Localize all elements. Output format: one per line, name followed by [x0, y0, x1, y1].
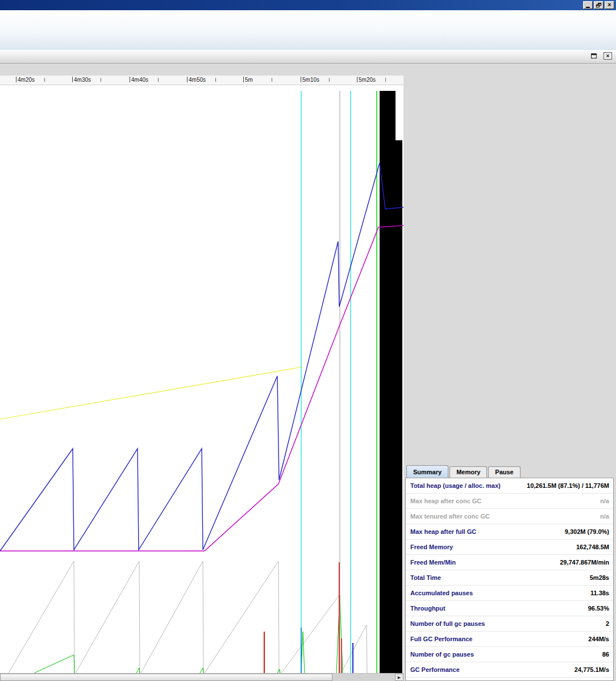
close-icon: × [603, 52, 612, 60]
summary-value: 162,748.5M [576, 544, 609, 550]
gc-pause-line [136, 668, 140, 673]
tenured-heap-line [0, 225, 403, 551]
summary-row: Full GC Performance244M/s [406, 632, 613, 647]
summary-value: 5m28s [590, 574, 609, 581]
document-content: 4m20s4m30s4m40s4m50s5m5m10s5m20s ▶ Summa… [0, 64, 616, 681]
ruler-minor-tick [272, 78, 272, 82]
gc-duration-line [205, 561, 279, 673]
ruler-minor-tick [158, 78, 159, 82]
ruler-label: 5m10s [302, 77, 319, 83]
ruler-minor-tick [329, 78, 330, 82]
document-frame-controls: × [589, 52, 613, 60]
toolbar-area [0, 10, 616, 51]
summary-label: Full GC Performance [410, 636, 472, 642]
gc-duration-line [141, 561, 203, 673]
horizontal-scrollbar[interactable]: ▶ [0, 673, 403, 681]
ruler-label: 4m30s [74, 77, 91, 83]
ruler-minor-tick [215, 78, 216, 82]
ruler-label: 5m20s [359, 77, 376, 83]
summary-table: Total heap (usage / alloc. max)10,261.5M… [405, 478, 614, 681]
time-ruler: 4m20s4m30s4m40s4m50s5m5m10s5m20s [0, 76, 403, 85]
summary-label: GC Performance [410, 666, 460, 673]
document-frame-titlebar: × [0, 50, 616, 64]
summary-row: Accumulated pauses11.38s [406, 586, 613, 601]
ruler-tick [16, 77, 16, 82]
ruler-label: 4m50s [189, 77, 206, 83]
ruler-tick [243, 77, 244, 82]
ruler-tick [72, 77, 73, 82]
inner-close-button[interactable]: × [603, 52, 613, 60]
summary-value: n/a [600, 513, 609, 520]
stats-tabs: SummaryMemoryPause [406, 465, 522, 478]
window-titlebar: × [0, 0, 616, 10]
summary-value: 11.38s [590, 590, 609, 596]
stats-panel: SummaryMemoryPause Total heap (usage / a… [403, 64, 616, 681]
scrollbar-right-arrow[interactable]: ▶ [395, 674, 403, 681]
gc-duration-line [76, 561, 140, 673]
summary-row: Freed Mem/Min29,747.867M/min [406, 555, 613, 570]
summary-value: 10,261.5M (87.1%) / 11,776M [527, 482, 609, 489]
restore-button[interactable] [594, 1, 603, 9]
used-heap-line [0, 163, 403, 551]
ruler-label: 5m [245, 77, 253, 83]
initial-mark-line [0, 367, 302, 419]
close-icon: × [608, 2, 611, 8]
summary-label: Number of full gc pauses [410, 620, 485, 627]
minimize-icon [586, 7, 590, 8]
gc-pause-line [34, 655, 74, 673]
summary-value: 2 [606, 620, 609, 627]
ruler-minor-tick [101, 78, 101, 82]
summary-row: Number of full gc pauses2 [406, 616, 613, 632]
summary-value: 9,302M (79.0%) [565, 528, 609, 535]
arrow-right-icon: ▶ [398, 675, 401, 679]
close-button[interactable]: × [605, 1, 614, 9]
summary-value: 244M/s [588, 636, 609, 642]
summary-value: n/a [600, 498, 609, 504]
gc-duration-line [9, 561, 74, 673]
ruler-label: 4m20s [18, 77, 35, 83]
summary-label: Max heap after full GC [410, 528, 476, 535]
tab-memory[interactable]: Memory [449, 466, 487, 478]
ruler-tick [187, 77, 188, 82]
ruler-label: 4m40s [131, 77, 148, 83]
ruler-minor-tick [385, 78, 386, 82]
summary-row: Throughput96.53% [406, 601, 613, 616]
summary-row: Max heap after full GC9,302M (79.0%) [406, 524, 613, 540]
minimize-button[interactable] [583, 1, 593, 9]
gc-duration-line [281, 595, 340, 673]
summary-label: Number of gc pauses [410, 651, 474, 658]
tab-pause[interactable]: Pause [488, 466, 520, 478]
summary-label: Total heap (usage / alloc. max) [410, 482, 501, 489]
gc-duration-line [341, 625, 367, 673]
ruler-tick [357, 77, 357, 82]
restore-icon [596, 3, 601, 7]
summary-row: Freed Memory162,748.5M [406, 540, 613, 555]
summary-row: Number of gc pauses86 [406, 647, 613, 662]
window-controls: × [583, 1, 614, 9]
summary-row: Total heap (usage / alloc. max)10,261.5M… [406, 478, 613, 494]
summary-label: Max heap after conc GC [410, 498, 481, 504]
summary-label: Freed Mem/Min [410, 559, 456, 566]
ruler-tick [301, 77, 301, 82]
maximize-icon [591, 53, 597, 59]
summary-row: GC Performance24,775.1M/s [406, 662, 613, 678]
gc-chart [0, 85, 403, 673]
gc-dense-region [380, 91, 402, 673]
ruler-tick [130, 77, 130, 82]
summary-value: 29,747.867M/min [560, 559, 609, 566]
summary-label: Max tenured after conc GC [410, 513, 490, 520]
inner-maximize-button[interactable] [589, 52, 598, 60]
summary-label: Total Time [410, 574, 441, 581]
summary-value: 96.53% [588, 605, 609, 612]
gc-pause-line [200, 668, 203, 673]
summary-label: Freed Memory [410, 544, 453, 550]
summary-row: Max heap after conc GCn/a [406, 494, 613, 509]
scrollbar-thumb[interactable] [0, 674, 332, 681]
summary-label: Accumulated pauses [410, 590, 473, 596]
gc-chart-viewport: 4m20s4m30s4m40s4m50s5m5m10s5m20s ▶ [0, 76, 403, 681]
summary-value: 86 [602, 651, 609, 658]
ruler-minor-tick [44, 78, 45, 82]
tab-summary[interactable]: Summary [406, 465, 448, 478]
summary-row: Total Time5m28s [406, 570, 613, 586]
summary-label: Throughput [410, 605, 446, 612]
